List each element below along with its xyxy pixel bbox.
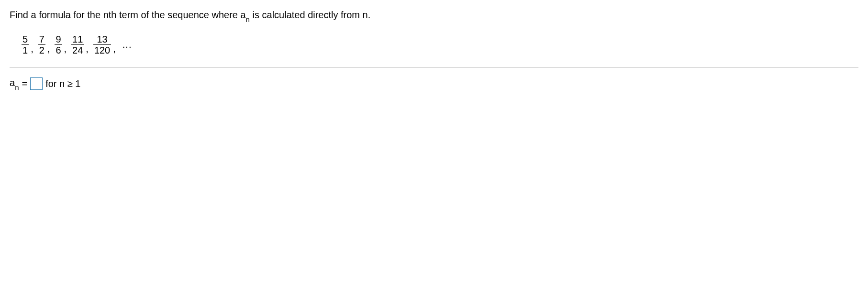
question-prefix: Find a formula for the nth term of the s… — [10, 10, 240, 20]
question-sub: n — [246, 15, 250, 23]
fraction: 13 120 — [93, 34, 111, 55]
comma: , — [31, 44, 33, 55]
numerator: 13 — [96, 34, 108, 44]
answer-row: an = for n ≥ 1 — [10, 77, 858, 90]
ellipsis: ... — [122, 39, 132, 50]
numerator: 5 — [22, 34, 29, 44]
sequence: 5 1 , 7 2 , 9 6 , 11 24 , 13 120 , ... — [22, 34, 858, 55]
for-condition: for n ≥ 1 — [45, 78, 80, 89]
denominator: 24 — [71, 44, 84, 55]
denominator: 1 — [22, 44, 29, 55]
numerator: 7 — [38, 34, 45, 44]
question-text: Find a formula for the nth term of the s… — [10, 10, 858, 22]
comma: , — [86, 44, 89, 55]
fraction: 9 6 — [55, 34, 62, 55]
fraction: 5 1 — [22, 34, 29, 55]
denominator: 2 — [38, 44, 45, 55]
question-suffix: is calculated directly from n. — [250, 10, 370, 20]
divider — [10, 67, 858, 68]
comma: , — [113, 44, 116, 55]
denominator: 6 — [55, 44, 62, 55]
equals-sign: = — [22, 78, 27, 89]
numerator: 9 — [55, 34, 62, 44]
denominator: 120 — [93, 44, 111, 55]
answer-input[interactable] — [30, 77, 43, 90]
numerator: 11 — [71, 34, 84, 44]
fraction: 7 2 — [38, 34, 45, 55]
comma: , — [64, 44, 67, 55]
comma: , — [47, 44, 50, 55]
answer-var: an — [10, 77, 19, 90]
fraction: 11 24 — [71, 34, 84, 55]
question-var: a — [240, 10, 245, 20]
